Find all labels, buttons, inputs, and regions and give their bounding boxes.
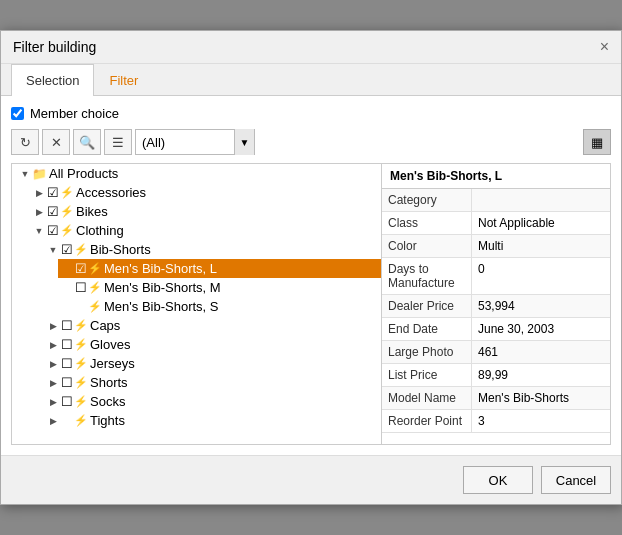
expand-icon[interactable]: ▼ [18,169,32,179]
list-button[interactable]: ☰ [104,129,132,155]
expand-icon[interactable]: ▶ [32,188,46,198]
lightning-icon: ⚡ [74,319,88,332]
detail-label: Reorder Point [382,410,472,432]
tree-item-label: All Products [49,166,118,181]
detail-value: June 30, 2003 [472,318,610,340]
list-icon: ☰ [112,135,124,150]
list-item[interactable]: ▶ ⚡ Tights [44,411,381,430]
tree-item-label: Accessories [76,185,146,200]
expand-icon[interactable]: ▼ [32,226,46,236]
list-item[interactable]: ▶ ☐ ⚡ Socks [44,392,381,411]
toolbar: ↻ ✕ 🔍 ☰ (All) ▼ ▦ [11,129,611,155]
list-item[interactable]: ▶ ☐ ⚡ Jerseys [44,354,381,373]
detail-value: 89,99 [472,364,610,386]
expand-icon[interactable]: ▶ [46,321,60,331]
dropdown-value: (All) [136,135,234,150]
detail-value: 3 [472,410,610,432]
list-item[interactable]: ☐ ⚡ Men's Bib-Shorts, M [58,278,381,297]
expand-icon[interactable]: ▶ [46,359,60,369]
expand-icon[interactable]: ▶ [46,397,60,407]
detail-row: List Price 89,99 [382,364,610,387]
list-item[interactable]: ▶ ☑ ⚡ Accessories [30,183,381,202]
lightning-icon: ⚡ [74,243,88,256]
tree-item-label: Shorts [90,375,128,390]
search-icon: 🔍 [79,135,95,150]
expand-icon[interactable]: ▶ [46,378,60,388]
detail-label: End Date [382,318,472,340]
list-item[interactable]: ▼ 📁 All Products [16,164,381,183]
grid-view-button[interactable]: ▦ [583,129,611,155]
dialog-footer: OK Cancel [1,455,621,504]
checkbox-icon: ☐ [60,356,74,371]
tree-item-label: Clothing [76,223,124,238]
detail-value: Multi [472,235,610,257]
detail-label: List Price [382,364,472,386]
tree-scroll[interactable]: ▼ 📁 All Products ▶ ☑ ⚡ Accessories ▶ [12,164,381,444]
list-item[interactable]: ▶ ☐ ⚡ Gloves [44,335,381,354]
tab-filter[interactable]: Filter [94,64,153,96]
tab-bar: Selection Filter [1,64,621,96]
member-choice-checkbox[interactable] [11,107,24,120]
tree-item-label: Men's Bib-Shorts, S [104,299,218,314]
checkbox-icon: ☑ [46,204,60,219]
dialog-content: Member choice ↻ ✕ 🔍 ☰ (All) ▼ ▦ [1,96,621,455]
tree-item-label: Socks [90,394,125,409]
list-item[interactable]: ▶ ☐ ⚡ Caps [44,316,381,335]
detail-label: Class [382,212,472,234]
lightning-icon: ⚡ [74,357,88,370]
lightning-icon: ⚡ [74,414,88,427]
clear-button[interactable]: ✕ [42,129,70,155]
detail-value [472,189,610,211]
expand-icon[interactable]: ▼ [46,245,60,255]
list-item[interactable]: ▶ ☐ ⚡ Shorts [44,373,381,392]
list-item[interactable]: ▶ ☑ ⚡ Bikes [30,202,381,221]
lightning-icon: ⚡ [60,205,74,218]
lightning-icon: ⚡ [88,281,102,294]
list-item[interactable]: ⚡ Men's Bib-Shorts, S [58,297,381,316]
tab-selection[interactable]: Selection [11,64,94,96]
expand-icon[interactable]: ▶ [46,416,60,426]
detail-row: Large Photo 461 [382,341,610,364]
detail-row: Class Not Applicable [382,212,610,235]
lightning-icon: ⚡ [60,224,74,237]
refresh-button[interactable]: ↻ [11,129,39,155]
folder-icon: 📁 [32,167,47,181]
refresh-icon: ↻ [20,135,31,150]
tree-item-label: Bikes [76,204,108,219]
detail-row: Reorder Point 3 [382,410,610,433]
cancel-button[interactable]: Cancel [541,466,611,494]
expand-icon[interactable]: ▶ [46,340,60,350]
member-choice-row: Member choice [11,106,611,121]
detail-row: Category [382,189,610,212]
tree-item-label: Men's Bib-Shorts, M [104,280,221,295]
lightning-icon: ⚡ [88,262,102,275]
tree-item-label: Men's Bib-Shorts, L [104,261,217,276]
ok-button[interactable]: OK [463,466,533,494]
lightning-icon: ⚡ [88,300,102,313]
checkbox-icon: ☐ [60,375,74,390]
list-item[interactable]: ☑ ⚡ Men's Bib-Shorts, L [58,259,381,278]
detail-value: Not Applicable [472,212,610,234]
grid-icon: ▦ [591,135,603,150]
expand-icon[interactable]: ▶ [32,207,46,217]
checkbox-icon: ☐ [74,280,88,295]
dialog-title: Filter building [13,39,96,55]
filter-dialog: Filter building × Selection Filter Membe… [0,30,622,505]
detail-row: Days to Manufacture 0 [382,258,610,295]
tree-item-label: Gloves [90,337,130,352]
detail-row: Color Multi [382,235,610,258]
tree-item-label: Bib-Shorts [90,242,151,257]
list-item[interactable]: ▼ ☑ ⚡ Bib-Shorts [44,240,381,259]
tree-item-label: Caps [90,318,120,333]
detail-table: Category Class Not Applicable Color Mult… [382,189,610,444]
lightning-icon: ⚡ [60,186,74,199]
search-button[interactable]: 🔍 [73,129,101,155]
chevron-down-icon[interactable]: ▼ [234,129,254,155]
detail-title: Men's Bib-Shorts, L [382,164,610,189]
title-bar: Filter building × [1,31,621,64]
close-button[interactable]: × [600,39,609,55]
list-item[interactable]: ▼ ☑ ⚡ Clothing [30,221,381,240]
lightning-icon: ⚡ [74,395,88,408]
filter-dropdown[interactable]: (All) ▼ [135,129,255,155]
checkbox-icon: ☑ [46,223,60,238]
